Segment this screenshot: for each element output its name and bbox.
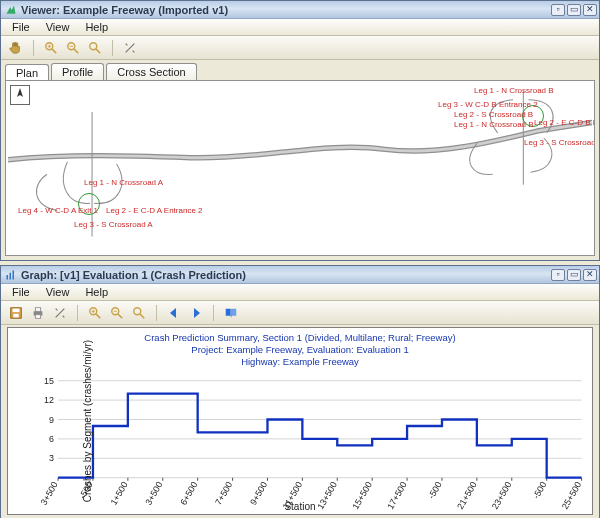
svg-text:3: 3	[49, 454, 54, 464]
zoom-fit-icon[interactable]	[130, 304, 148, 322]
chart-title-line2: Project: Example Freeway, Evaluation: Ev…	[8, 344, 592, 356]
zoom-out-icon[interactable]	[108, 304, 126, 322]
plan-viewport[interactable]: Leg 1 - N Crossroad A Leg 4 - W C-D A Ex…	[5, 80, 595, 256]
menu-view[interactable]: View	[39, 19, 77, 35]
menu-help[interactable]: Help	[78, 19, 115, 35]
svg-text:15: 15	[44, 376, 54, 386]
close-button[interactable]: ✕	[583, 269, 597, 281]
chart-icon	[5, 269, 17, 281]
chart-yticks: 3691215	[44, 376, 54, 464]
graph-sysbuttons: ▫ ▭ ✕	[551, 269, 597, 281]
chart-xlabel: Station	[8, 501, 592, 512]
chart-area: Crash Prediction Summary, Section 1 (Div…	[7, 327, 593, 515]
chart-title-line3: Highway: Example Freeway	[8, 356, 592, 368]
plan-label: Leg 2 - E C-D B Exit 1	[534, 119, 595, 127]
graph-titlebar: Graph: [v1] Evaluation 1 (Crash Predicti…	[1, 266, 599, 284]
viewer-sysbuttons: ▫ ▭ ✕	[551, 4, 597, 16]
svg-rect-12	[10, 272, 12, 279]
svg-rect-19	[35, 314, 40, 318]
prev-icon[interactable]	[165, 304, 183, 322]
plan-label: Leg 2 - S Crossroad B	[454, 111, 533, 119]
svg-line-8	[96, 48, 100, 52]
plan-label: Leg 1 - N Crossroad B	[454, 121, 534, 129]
next-icon[interactable]	[187, 304, 205, 322]
restore-button[interactable]: ▫	[551, 4, 565, 16]
svg-line-21	[96, 313, 100, 317]
plan-label: Leg 1 - N Crossroad B	[474, 87, 554, 95]
plan-label: Leg 1 - N Crossroad A	[84, 179, 163, 187]
zoom-out-icon[interactable]	[64, 39, 82, 57]
viewer-window: Viewer: Example Freeway (Imported v1) ▫ …	[0, 0, 600, 261]
svg-point-7	[90, 42, 97, 49]
svg-text:-500: -500	[531, 480, 549, 501]
viewer-toolbar	[1, 36, 599, 60]
tab-cross-section[interactable]: Cross Section	[106, 63, 196, 80]
viewer-menubar: File View Help	[1, 19, 599, 36]
toolbar-separator	[112, 40, 113, 56]
menu-help[interactable]: Help	[78, 284, 115, 300]
hand-icon[interactable]	[7, 39, 25, 57]
zoom-in-icon[interactable]	[42, 39, 60, 57]
svg-text:6: 6	[49, 434, 54, 444]
plan-label: Leg 3 - S Crossroad B	[524, 139, 595, 147]
plan-label: Leg 2 - E C-D A Entrance 2	[106, 207, 203, 215]
plan-label: Leg 4 - W C-D A Exit 1	[18, 207, 98, 215]
svg-rect-18	[35, 307, 40, 311]
zoom-fit-icon[interactable]	[86, 39, 104, 57]
svg-text:9: 9	[49, 415, 54, 425]
app-icon	[5, 4, 17, 16]
maximize-button[interactable]: ▭	[567, 4, 581, 16]
chart-ylabel: Crashes by Segment (crashes/mi/yr)	[82, 340, 93, 502]
svg-line-5	[74, 48, 78, 52]
book-icon[interactable]	[222, 304, 240, 322]
tab-profile[interactable]: Profile	[51, 63, 104, 80]
chart-titles: Crash Prediction Summary, Section 1 (Div…	[8, 332, 592, 368]
restore-button[interactable]: ▫	[551, 269, 565, 281]
tab-plan[interactable]: Plan	[5, 64, 49, 81]
close-button[interactable]: ✕	[583, 4, 597, 16]
viewer-titlebar: Viewer: Example Freeway (Imported v1) ▫ …	[1, 1, 599, 19]
save-icon[interactable]	[7, 304, 25, 322]
chart-series	[58, 394, 582, 478]
viewer-title: Viewer: Example Freeway (Imported v1)	[21, 4, 551, 16]
graph-toolbar	[1, 301, 599, 325]
graph-title: Graph: [v1] Evaluation 1 (Crash Predicti…	[21, 269, 551, 281]
plan-label: Leg 3 - S Crossroad A	[74, 221, 153, 229]
plan-label: Leg 3 - W C-D B Entrance 2	[438, 101, 538, 109]
graph-window: Graph: [v1] Evaluation 1 (Crash Predicti…	[0, 265, 600, 518]
svg-text:12: 12	[44, 395, 54, 405]
svg-point-27	[134, 307, 141, 314]
svg-rect-11	[7, 275, 9, 280]
zoom-in-icon[interactable]	[86, 304, 104, 322]
svg-line-25	[118, 313, 122, 317]
graph-menubar: File View Help	[1, 284, 599, 301]
settings-icon[interactable]	[51, 304, 69, 322]
maximize-button[interactable]: ▭	[567, 269, 581, 281]
viewer-tabs: Plan Profile Cross Section	[1, 60, 599, 80]
svg-text:-500: -500	[426, 480, 444, 501]
chart-title-line1: Crash Prediction Summary, Section 1 (Div…	[8, 332, 592, 344]
toolbar-separator	[33, 40, 34, 56]
toolbar-separator	[156, 305, 157, 321]
measure-icon[interactable]	[121, 39, 139, 57]
svg-line-28	[140, 313, 144, 317]
svg-rect-16	[13, 313, 18, 317]
svg-rect-13	[13, 270, 15, 279]
print-icon[interactable]	[29, 304, 47, 322]
menu-view[interactable]: View	[39, 284, 77, 300]
menu-file[interactable]: File	[5, 19, 37, 35]
svg-rect-15	[13, 308, 20, 312]
toolbar-separator	[77, 305, 78, 321]
compass-icon	[10, 85, 30, 105]
menu-file[interactable]: File	[5, 284, 37, 300]
chart-grid	[58, 381, 582, 478]
svg-line-1	[52, 48, 56, 52]
toolbar-separator	[213, 305, 214, 321]
